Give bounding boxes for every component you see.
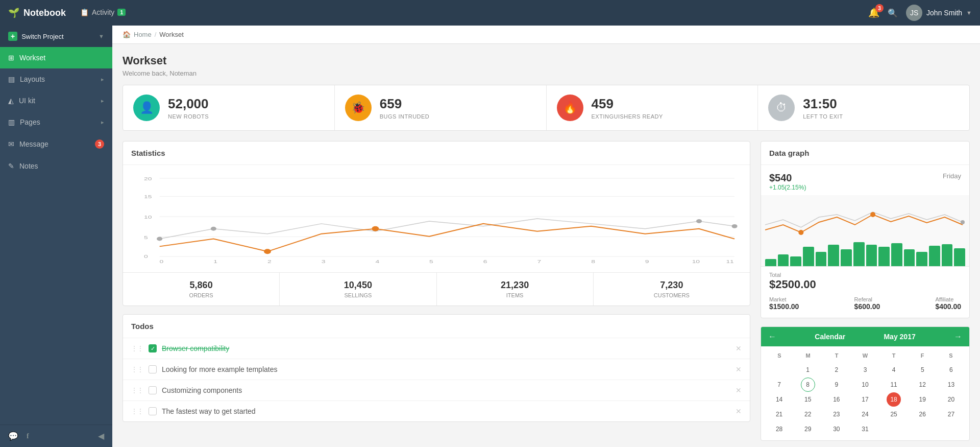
calendar-next-icon[interactable]: → bbox=[954, 332, 962, 341]
drag-handle-4[interactable]: ⋮⋮ bbox=[131, 408, 143, 415]
cal-day-3[interactable]: 3 bbox=[858, 363, 872, 377]
cal-day-1[interactable]: 1 bbox=[801, 363, 815, 377]
todo-close-4[interactable]: ✕ bbox=[736, 407, 742, 415]
cal-day-14[interactable]: 14 bbox=[772, 392, 787, 407]
stat-card-robots: 👤 52,000 NEW ROBOTS bbox=[123, 85, 335, 130]
todo-checkbox-3[interactable] bbox=[149, 386, 157, 394]
cal-day-2[interactable]: 2 bbox=[829, 363, 844, 377]
cal-empty-3 bbox=[915, 422, 929, 436]
cal-day-7[interactable]: 7 bbox=[772, 378, 787, 392]
sidebar-item-notes[interactable]: ✎ Notes bbox=[0, 155, 112, 177]
bugs-number: 659 bbox=[380, 96, 430, 112]
cal-day-10[interactable]: 10 bbox=[858, 378, 872, 392]
total-amount: $2500.00 bbox=[769, 278, 961, 291]
summary-row: 5,860 Orders 10,450 Sellings 21,230 Item… bbox=[123, 272, 750, 305]
cal-day-5[interactable]: 5 bbox=[915, 363, 929, 377]
cal-day-13[interactable]: 13 bbox=[944, 378, 958, 392]
sellings-num: 10,450 bbox=[288, 280, 428, 291]
cal-day-20[interactable]: 20 bbox=[944, 392, 958, 407]
top-navbar: 🌱 Notebook 📋 Activity 1 🔔 3 🔍 JS John Sm… bbox=[0, 0, 980, 26]
cal-day-18[interactable]: 18 bbox=[887, 392, 901, 407]
extinguishers-info: 459 EXTINGUISHERS READY bbox=[592, 96, 663, 120]
todo-text-4: The fastest way to get started bbox=[162, 407, 730, 415]
drag-handle-3[interactable]: ⋮⋮ bbox=[131, 387, 143, 394]
graph-stats: $540 +1.05(2.15%) bbox=[769, 172, 806, 191]
cal-empty-2 bbox=[887, 422, 901, 436]
cal-day-17[interactable]: 17 bbox=[858, 392, 872, 407]
cal-day-11[interactable]: 11 bbox=[887, 378, 901, 392]
cal-day-12[interactable]: 12 bbox=[915, 378, 929, 392]
cal-day-26[interactable]: 26 bbox=[915, 407, 929, 421]
notification-bell[interactable]: 🔔 3 bbox=[868, 7, 879, 18]
cal-day-29[interactable]: 29 bbox=[801, 422, 815, 436]
facebook-icon[interactable]: f bbox=[27, 432, 29, 440]
todo-item-4: ⋮⋮ The fastest way to get started ✕ bbox=[123, 401, 750, 421]
pages-chevron-icon: ▸ bbox=[101, 119, 104, 126]
cal-day-23[interactable]: 23 bbox=[829, 407, 844, 421]
cal-day-22[interactable]: 22 bbox=[801, 407, 815, 421]
bar-15 bbox=[942, 244, 953, 266]
sidebar-item-ui-kit[interactable]: ◭ UI kit ▸ bbox=[0, 90, 112, 111]
cal-day-19[interactable]: 19 bbox=[915, 392, 929, 407]
cal-day-21[interactable]: 21 bbox=[772, 407, 787, 421]
svg-point-23 bbox=[372, 226, 379, 231]
calendar-prev-icon[interactable]: ← bbox=[768, 332, 776, 341]
sidebar-item-layouts[interactable]: ▤ Layouts ▸ bbox=[0, 68, 112, 90]
bar-12 bbox=[904, 249, 915, 266]
cal-day-15[interactable]: 15 bbox=[801, 392, 815, 407]
message-icon: ✉ bbox=[8, 140, 14, 148]
svg-point-29 bbox=[870, 212, 875, 217]
drag-handle-1[interactable]: ⋮⋮ bbox=[131, 345, 143, 352]
notes-icon: ✎ bbox=[8, 162, 14, 170]
cal-day-8[interactable]: 8 bbox=[801, 378, 815, 392]
switch-project-button[interactable]: + Switch Project ▼ bbox=[0, 26, 112, 47]
workset-label: Workset bbox=[19, 54, 45, 62]
brand-logo: 🌱 Notebook bbox=[8, 7, 66, 18]
cal-day-27[interactable]: 27 bbox=[944, 407, 958, 421]
day-t2: T bbox=[879, 350, 908, 361]
workset-icon: ⊞ bbox=[8, 54, 14, 62]
day-s2: S bbox=[937, 350, 965, 361]
sidebar-item-workset[interactable]: ⊞ Workset bbox=[0, 47, 112, 68]
search-icon[interactable]: 🔍 bbox=[888, 8, 898, 18]
cal-day-31[interactable]: 31 bbox=[858, 422, 872, 436]
cal-day-30[interactable]: 30 bbox=[829, 422, 844, 436]
bar-16 bbox=[954, 248, 965, 266]
sidebar-collapse-icon[interactable]: ◀ bbox=[98, 431, 104, 441]
cal-day-9[interactable]: 9 bbox=[829, 378, 844, 392]
svg-text:6: 6 bbox=[483, 258, 487, 264]
cal-day-6[interactable]: 6 bbox=[944, 363, 958, 377]
calendar-title: Calendar bbox=[815, 333, 845, 341]
breakdown-row: Market $1500.00 Referal $600.00 Affiliat… bbox=[761, 296, 969, 318]
chat-icon[interactable]: 💬 bbox=[8, 431, 18, 441]
breadcrumb-home[interactable]: Home bbox=[134, 31, 152, 38]
todo-close-2[interactable]: ✕ bbox=[736, 365, 742, 373]
user-menu[interactable]: JS John Smith ▼ bbox=[906, 5, 972, 21]
todo-close-1[interactable]: ✕ bbox=[736, 344, 742, 352]
bar-8 bbox=[853, 242, 865, 266]
drag-handle-2[interactable]: ⋮⋮ bbox=[131, 366, 143, 373]
svg-text:11: 11 bbox=[726, 258, 734, 264]
todo-checkbox-2[interactable] bbox=[149, 365, 157, 373]
cal-day-4[interactable]: 4 bbox=[887, 363, 901, 377]
cal-day-28[interactable]: 28 bbox=[772, 422, 787, 436]
todo-close-3[interactable]: ✕ bbox=[736, 386, 742, 394]
activity-tab[interactable]: 📋 Activity 1 bbox=[74, 0, 132, 26]
cal-day-25[interactable]: 25 bbox=[887, 407, 901, 421]
todo-checkbox-4[interactable] bbox=[149, 407, 157, 415]
sidebar-item-message[interactable]: ✉ Message 3 bbox=[0, 133, 112, 155]
cal-day-16[interactable]: 16 bbox=[829, 392, 844, 407]
sidebar-item-pages[interactable]: ▥ Pages ▸ bbox=[0, 111, 112, 133]
todo-checkbox-1[interactable]: ✓ bbox=[149, 344, 157, 352]
extinguishers-label: EXTINGUISHERS READY bbox=[592, 113, 663, 120]
main-layout: + Switch Project ▼ ⊞ Workset ▤ Layouts ▸… bbox=[0, 26, 980, 447]
calendar-month-year: May 2017 bbox=[884, 333, 915, 341]
cal-day-24[interactable]: 24 bbox=[858, 407, 872, 421]
bar-5 bbox=[816, 252, 827, 266]
svg-point-22 bbox=[264, 249, 271, 254]
switch-project-label: Switch Project bbox=[21, 33, 63, 40]
stats-row: 👤 52,000 NEW ROBOTS 🐞 659 BUGS INTRUDED … bbox=[122, 85, 970, 131]
bar-6 bbox=[828, 245, 839, 266]
bar-11 bbox=[891, 243, 902, 266]
notification-count: 3 bbox=[875, 4, 884, 12]
